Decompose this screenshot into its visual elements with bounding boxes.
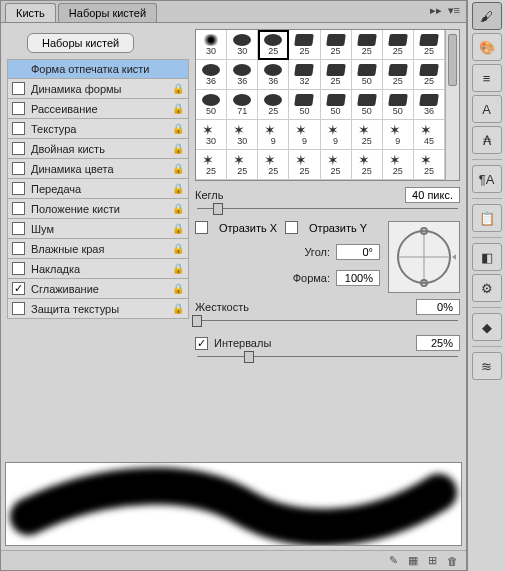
brush-cell[interactable]: ✶30 [196,120,227,150]
tool-diamond[interactable]: ◆ [472,313,502,341]
brush-cell[interactable]: ✶25 [196,150,227,180]
option-checkbox[interactable] [12,162,25,175]
brush-cell[interactable]: ✶25 [258,150,289,180]
option-checkbox[interactable] [12,122,25,135]
tab-brush[interactable]: Кисть [5,3,56,22]
brush-cell[interactable]: 25 [383,30,414,60]
lock-icon[interactable]: 🔒 [172,163,184,174]
brush-cell[interactable]: ✶25 [383,150,414,180]
brush-cell[interactable]: 25 [258,30,289,60]
brush-cell[interactable]: 36 [196,60,227,90]
flip-y-checkbox[interactable] [285,221,298,234]
brush-cell[interactable]: ✶25 [352,150,383,180]
brush-cell[interactable]: 36 [258,60,289,90]
option-7[interactable]: Положение кисти🔒 [7,199,189,219]
brush-cell[interactable]: 50 [352,60,383,90]
brush-cell[interactable]: 36 [414,90,445,120]
option-checkbox[interactable] [12,142,25,155]
tool-stack[interactable]: ≋ [472,352,502,380]
lock-icon[interactable]: 🔒 [172,183,184,194]
brush-grid-scrollbar[interactable] [445,30,459,180]
hardness-slider[interactable] [197,315,458,327]
brush-cell[interactable]: ✶25 [227,150,258,180]
brush-cell[interactable]: 30 [196,30,227,60]
brush-cell[interactable]: ✶25 [414,150,445,180]
spacing-slider[interactable] [197,351,458,363]
option-12[interactable]: Защита текстуры🔒 [7,299,189,319]
brush-presets-button[interactable]: Наборы кистей [27,33,134,53]
option-checkbox[interactable] [12,242,25,255]
option-5[interactable]: Динамика цвета🔒 [7,159,189,179]
brush-cell[interactable]: 50 [321,90,352,120]
brush-cell[interactable]: ✶25 [289,150,320,180]
angle-value[interactable]: 0° [336,244,380,260]
lock-icon[interactable]: 🔒 [172,83,184,94]
panel-menu-icon[interactable]: ▸▸ [430,4,442,17]
lock-icon[interactable]: 🔒 [172,123,184,134]
option-checkbox[interactable] [12,302,25,315]
lock-icon[interactable]: 🔒 [172,263,184,274]
brush-cell[interactable]: 50 [383,90,414,120]
lock-icon[interactable]: 🔒 [172,103,184,114]
tool-text-a[interactable]: A [472,95,502,123]
tool-adjust[interactable]: ≡ [472,64,502,92]
tab-presets[interactable]: Наборы кистей [58,3,157,22]
tool-gear[interactable]: ⚙ [472,274,502,302]
brush-cell[interactable]: 50 [289,90,320,120]
lock-icon[interactable]: 🔒 [172,283,184,294]
brush-cell[interactable]: ✶25 [321,150,352,180]
brush-cell[interactable]: 25 [352,30,383,60]
option-checkbox[interactable] [12,262,25,275]
option-11[interactable]: ✓Сглаживание🔒 [7,279,189,299]
option-8[interactable]: Шум🔒 [7,219,189,239]
brush-cell[interactable]: 32 [289,60,320,90]
footer-trash-icon[interactable]: 🗑 [447,555,458,567]
brush-cell[interactable]: 25 [289,30,320,60]
tool-swatches[interactable]: 🎨 [472,33,502,61]
option-checkbox[interactable] [12,222,25,235]
brush-cell[interactable]: 25 [321,60,352,90]
tool-cube[interactable]: ◧ [472,243,502,271]
brush-cell[interactable]: ✶25 [352,120,383,150]
brush-cell[interactable]: ✶9 [383,120,414,150]
brush-cell[interactable]: 50 [196,90,227,120]
brush-cell[interactable]: ✶9 [258,120,289,150]
footer-new-icon[interactable]: ▦ [408,554,418,567]
tool-text-a2[interactable]: ₳ [472,126,502,154]
brush-cell[interactable]: 25 [414,30,445,60]
tool-clipboard[interactable]: 📋 [472,204,502,232]
brush-cell[interactable]: 71 [227,90,258,120]
lock-icon[interactable]: 🔒 [172,243,184,254]
lock-icon[interactable]: 🔒 [172,303,184,314]
brush-cell[interactable]: ✶30 [227,120,258,150]
brush-cell[interactable]: ✶9 [289,120,320,150]
size-value[interactable]: 40 пикс. [405,187,460,203]
brush-cell[interactable]: 30 [227,30,258,60]
brush-cell[interactable]: 50 [352,90,383,120]
brush-cell[interactable]: 25 [383,60,414,90]
option-checkbox[interactable]: ✓ [12,282,25,295]
brush-cell[interactable]: ✶45 [414,120,445,150]
flip-x-checkbox[interactable] [195,221,208,234]
brush-cell[interactable]: 25 [414,60,445,90]
option-0[interactable]: Форма отпечатка кисти [7,59,189,79]
option-3[interactable]: Текстура🔒 [7,119,189,139]
spacing-value[interactable]: 25% [416,335,460,351]
brush-cell[interactable]: 25 [321,30,352,60]
footer-toggle-icon[interactable]: ✎ [389,554,398,567]
tool-layers-a[interactable]: ¶A [472,165,502,193]
brush-cell[interactable]: 36 [227,60,258,90]
option-4[interactable]: Двойная кисть🔒 [7,139,189,159]
angle-control[interactable] [388,221,460,293]
option-2[interactable]: Рассеивание🔒 [7,99,189,119]
option-checkbox[interactable] [12,202,25,215]
option-10[interactable]: Накладка🔒 [7,259,189,279]
lock-icon[interactable]: 🔒 [172,223,184,234]
shape-value[interactable]: 100% [336,270,380,286]
brush-cell[interactable]: 25 [258,90,289,120]
brush-cell[interactable]: ✶9 [321,120,352,150]
option-9[interactable]: Влажные края🔒 [7,239,189,259]
size-slider[interactable] [197,203,458,215]
footer-preset-icon[interactable]: ⊞ [428,554,437,567]
hardness-value[interactable]: 0% [416,299,460,315]
